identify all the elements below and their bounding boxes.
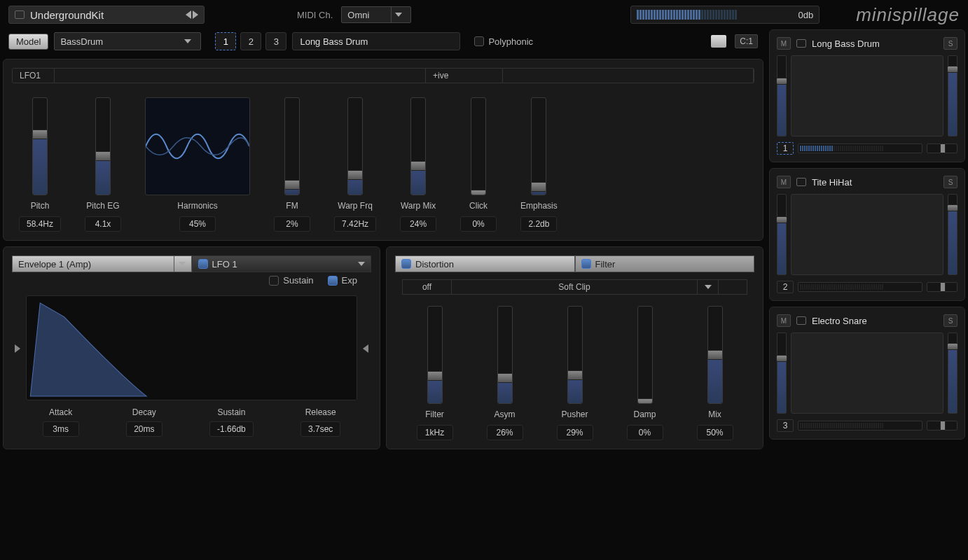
pad-waveform[interactable] <box>791 55 943 136</box>
warp-mix-slider[interactable] <box>410 97 426 195</box>
env-value[interactable]: 3.7sec <box>300 421 340 437</box>
click-slider[interactable] <box>471 97 486 195</box>
polyphonic-checkbox[interactable] <box>474 36 484 46</box>
pad-name: Long Bass Drum <box>812 38 938 49</box>
keyboard-icon[interactable] <box>711 35 726 48</box>
pad-vu-meter <box>798 421 922 430</box>
lfo-header-cell[interactable]: LFO1 <box>13 69 55 83</box>
env-marker-left <box>15 344 20 353</box>
pad-pan-slider[interactable] <box>927 421 957 430</box>
pad-name: Electro Snare <box>812 316 938 326</box>
pad-number[interactable]: 3 <box>777 419 794 432</box>
pad-pan-slider[interactable] <box>927 144 957 153</box>
lfo-header-cell[interactable] <box>55 69 426 83</box>
solo-button[interactable]: S <box>943 37 957 50</box>
param-value[interactable]: 45% <box>179 216 216 232</box>
slot-1-button[interactable]: 1 <box>215 32 236 50</box>
pad-number[interactable]: 2 <box>777 281 794 293</box>
param-value[interactable]: 50% <box>697 425 733 440</box>
mix-slider[interactable] <box>707 306 723 404</box>
solo-button[interactable]: S <box>943 176 957 188</box>
param-label: Pusher <box>561 410 588 419</box>
fx-mode-type[interactable]: Soft Clip <box>452 280 698 294</box>
solo-button[interactable]: S <box>943 314 957 327</box>
pad-level-slider[interactable] <box>948 332 957 414</box>
preset-selector[interactable]: UndergroundKit <box>8 6 205 24</box>
lfo-enable-checkbox[interactable] <box>198 259 208 269</box>
prev-preset-icon[interactable] <box>186 10 191 19</box>
param-value[interactable]: 2% <box>274 216 310 232</box>
fx-mode-dropdown[interactable] <box>698 280 719 294</box>
instrument-name-field[interactable]: Long Bass Drum <box>292 32 460 50</box>
harmonics-display[interactable] <box>145 97 250 195</box>
param-value[interactable]: 26% <box>487 425 523 440</box>
pad-number[interactable]: 1 <box>777 142 794 155</box>
folder-icon[interactable] <box>796 316 806 325</box>
pitch-slider[interactable] <box>32 97 48 195</box>
envelope-graph[interactable] <box>26 295 357 400</box>
env-value[interactable]: 20ms <box>126 421 163 437</box>
lfo-header-cell[interactable] <box>503 69 754 83</box>
chevron-down-icon <box>358 262 365 266</box>
lfo-tab[interactable]: LFO 1 <box>192 255 372 272</box>
param-value[interactable]: 1kHz <box>417 425 453 440</box>
midi-channel-select[interactable]: Omni <box>341 6 411 23</box>
asym-slider[interactable] <box>497 306 513 404</box>
note-badge[interactable]: C:1 <box>735 34 758 48</box>
mute-button[interactable]: M <box>777 314 791 327</box>
mute-button[interactable]: M <box>777 37 791 50</box>
pad-name: Tite HiHat <box>812 177 938 188</box>
master-vu-meter: 0db <box>630 6 820 24</box>
folder-icon[interactable] <box>796 178 806 186</box>
env-marker-right <box>363 344 368 353</box>
pad-waveform[interactable] <box>791 332 943 414</box>
distortion-enable-checkbox[interactable] <box>401 259 411 269</box>
envelope-tab[interactable]: Envelope 1 (Amp) <box>12 255 192 272</box>
param-value[interactable]: 0% <box>627 425 663 440</box>
sustain-checkbox[interactable] <box>269 276 279 286</box>
exp-checkbox[interactable] <box>328 276 338 286</box>
master-db-readout: 0db <box>788 10 813 20</box>
fx-mode-off[interactable]: off <box>403 280 452 294</box>
env-value[interactable]: 3ms <box>43 421 79 437</box>
pad-pitch-slider[interactable] <box>777 55 787 136</box>
lfo-header-cell[interactable]: +ive <box>426 69 503 83</box>
fm-slider[interactable] <box>284 97 300 195</box>
pad-pitch-slider[interactable] <box>777 332 787 414</box>
param-value[interactable]: 29% <box>557 425 593 440</box>
emphasis-slider[interactable] <box>531 97 546 195</box>
pad-level-slider[interactable] <box>948 55 957 136</box>
model-select[interactable]: BassDrum <box>54 32 201 50</box>
filter-slider[interactable] <box>427 306 443 404</box>
param-value[interactable]: 7.42Hz <box>334 216 376 232</box>
filter-tab[interactable]: Filter <box>575 255 755 272</box>
param-value[interactable]: 4.1x <box>85 216 121 232</box>
pad-slot: MLong Bass DrumS1 <box>769 29 965 162</box>
env-value[interactable]: -1.66db <box>209 421 254 437</box>
oscillator-panel: LFO1+ive Pitch58.4HzPitch EG4.1xHarmonic… <box>3 59 763 241</box>
pad-pan-slider[interactable] <box>927 282 957 292</box>
pad-waveform[interactable] <box>791 194 943 275</box>
chevron-down-icon <box>705 285 712 289</box>
slot-3-button[interactable]: 3 <box>265 32 286 50</box>
pad-level-slider[interactable] <box>948 194 957 275</box>
param-value[interactable]: 24% <box>400 216 436 232</box>
param-value[interactable]: 0% <box>460 216 497 232</box>
filter-enable-checkbox[interactable] <box>581 259 591 269</box>
warp-frq-slider[interactable] <box>347 97 363 195</box>
next-preset-icon[interactable] <box>193 10 198 19</box>
param-label: Warp Frq <box>338 201 373 211</box>
param-value[interactable]: 2.2db <box>520 216 557 232</box>
model-button[interactable]: Model <box>8 34 48 50</box>
pusher-slider[interactable] <box>567 306 583 404</box>
pad-pitch-slider[interactable] <box>777 194 787 275</box>
folder-icon[interactable] <box>796 39 806 48</box>
preset-nav-arrows <box>186 10 198 19</box>
damp-slider[interactable] <box>637 306 653 404</box>
distortion-tab[interactable]: Distortion <box>395 255 575 272</box>
param-value[interactable]: 58.4Hz <box>19 216 61 232</box>
pitch-eg-slider[interactable] <box>95 97 111 195</box>
mute-button[interactable]: M <box>777 176 791 188</box>
slot-2-button[interactable]: 2 <box>240 32 261 50</box>
chevron-down-icon <box>179 262 186 266</box>
